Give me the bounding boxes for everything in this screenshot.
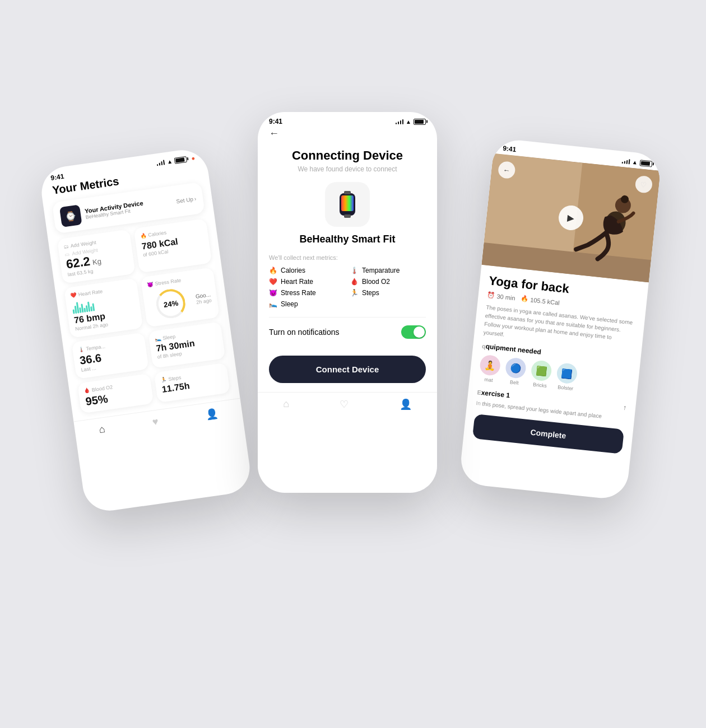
calories-card: 🔥Calories 780 kCal of 600 kCal [133,218,212,273]
connect-device-button[interactable]: Connect Device [269,356,426,383]
center-status-icons: ▲ [396,119,426,125]
right-time: 9:41 [503,144,517,153]
stress-circle: 24% [155,287,188,320]
right-battery-icon [639,160,652,167]
center-back-button[interactable]: ← [269,128,279,144]
phone-left: 9:41 ▲ ● Your Metrics ⌚ [38,147,253,514]
home-nav-icon[interactable]: ⌂ [98,423,106,436]
svg-rect-3 [344,191,351,194]
app-scene: 9:41 ▲ ● Your Metrics ⌚ [45,56,661,672]
svg-rect-2 [341,195,354,211]
device-img: ⌚ [59,204,82,227]
center-subtitle: We have found device to connect [269,165,426,173]
steps-card: 🏃Steps 11.75h [154,363,230,403]
center-content: ← Connecting Device We have found device… [258,128,437,383]
equipment-belt: 🔵 Belt [504,357,527,386]
signal-icon [156,159,165,166]
wifi-icon: ▲ [166,158,173,165]
setup-button[interactable]: Set Up › [176,195,197,204]
center-bottom-nav: ⌂ ♡ 👤 [258,392,437,414]
metrics-list: 🔥Calories 🌡️Temparature ❤️Heart Rate 🩸Bl… [269,267,426,308]
svg-rect-4 [344,214,351,218]
right-status-icons: ▲ [621,157,652,167]
device-text: Your Activity Device BeHealthy Smart Fit [84,199,144,220]
sleep-card: 🛌Sleep 7h 30min of 8h sleep [148,321,225,368]
metric-steps: 🏃Steps [350,289,426,297]
activity-nav-icon[interactable]: ♥ [152,416,160,429]
left-phone-content: Your Metrics ⌚ Your Activity Device BeHe… [40,162,239,415]
center-device-name: BeHealthy Smart Fit [269,234,426,245]
smartwatch-icon [332,189,363,220]
right-signal-icon [621,158,630,164]
center-title: Connecting Device [269,148,426,163]
duration-stat: ⏰ 30 min [487,291,515,301]
notification-row: Turn on notifications [269,317,426,347]
notification-label: Turn on notifications [269,328,340,337]
metric-bloodo2: 🩸Blood O2 [350,278,426,286]
center-battery-icon [414,119,426,125]
phone-right: 9:41 ▲ [458,138,662,501]
center-status-bar: 9:41 ▲ [258,112,437,128]
phone-center: 9:41 ▲ ← Connecting Device We have found… [258,112,437,493]
weight-card: 🗂Add Weight ▭ Add Weight 62.2 Kg last 63… [57,229,136,283]
collect-label: We'll collect next metrics: [269,254,426,261]
hero-image: ← ♡ ▶ [481,153,660,282]
right-wifi-icon: ▲ [632,158,638,165]
center-time: 9:41 [269,118,282,125]
weight-value: 62.2 [66,255,91,271]
center-wifi-icon: ▲ [406,119,411,125]
battery-icon [174,156,187,164]
center-heart-icon[interactable]: ♡ [340,398,349,410]
stress-card: 😈Stress Rate 24% Goo... 2h ago [141,267,220,327]
metrics-grid: 🗂Add Weight ▭ Add Weight 62.2 Kg last 63… [57,218,225,379]
equipment-bricks: 🟩 Bricks [530,360,552,389]
metric-stress: 😈Stress Rate [269,289,345,297]
blood-card: 🩸Blood O2 95% [77,374,154,414]
metric-heartrate: ❤️Heart Rate [269,278,345,286]
temp-card: 🌡️Tempa... 36.6 Last ... [72,333,149,379]
metric-temperature: 🌡️Temparature [350,267,426,274]
center-profile-icon[interactable]: 👤 [400,398,412,410]
center-home-icon[interactable]: ⌂ [283,398,289,410]
heart-rate-card: ❤️Heart Rate 76 bmp [64,278,143,338]
profile-nav-icon[interactable]: 👤 [205,408,219,422]
weight-unit: Kg [92,257,102,267]
notification-toggle[interactable] [401,325,426,339]
metric-sleep: 🛌Sleep [269,300,345,308]
metric-calories: 🔥Calories [269,267,345,274]
device-image [325,182,370,227]
left-time: 9:41 [50,172,65,182]
calories-stat: 🔥 105.5 kCal [521,295,560,306]
center-signal-icon [396,119,404,124]
equipment-mat: 🧘 mat [479,354,501,384]
notification-dot: ● [191,155,196,162]
activity-device-info: ⌚ Your Activity Device BeHealthy Smart F… [59,196,145,227]
right-body: Yoga for back ⏰ 30 min 🔥 105.5 kCal The … [463,265,649,463]
device-image-container [269,182,426,227]
equipment-bolster: 🟦 Bolster [555,362,578,391]
